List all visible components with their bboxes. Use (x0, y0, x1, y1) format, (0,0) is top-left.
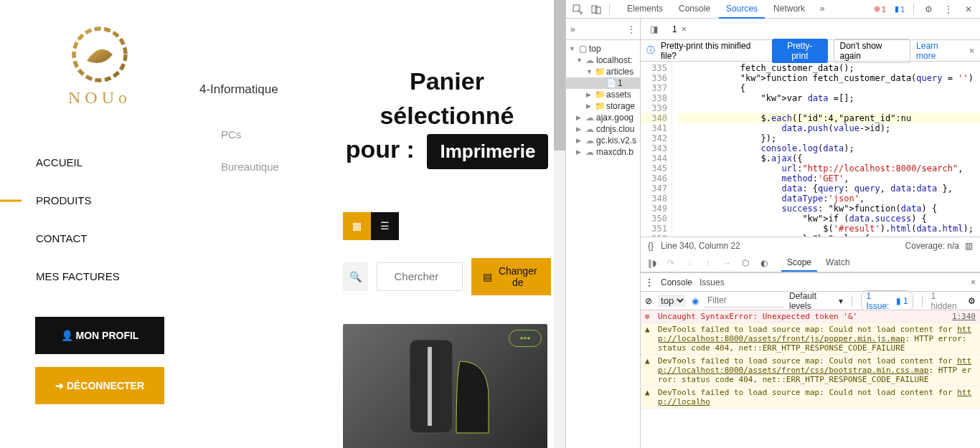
learn-more-link[interactable]: Learn more (916, 41, 959, 61)
tab-console[interactable]: Console (672, 0, 717, 19)
issues-drawer-tab[interactable]: Issues (699, 277, 725, 287)
hidden-count: 1 hidden (931, 291, 962, 311)
coverage-label: Coverage: n/a (905, 241, 959, 251)
navigator-header: » ⋮ (566, 19, 640, 40)
console-drawer-header: ⋮ Console Issues × (641, 273, 980, 292)
close-tab-icon[interactable]: × (682, 24, 687, 34)
code-area[interactable]: 3353363373383393403413423433443453463473… (641, 62, 980, 237)
tab-elements[interactable]: Elements (620, 0, 670, 19)
more-nav-icon[interactable]: » (570, 24, 575, 34)
context-select[interactable]: top (658, 295, 686, 307)
devtools: Elements Console Sources Network » ⊗1 ▮1… (565, 0, 980, 448)
tree-cdnjs[interactable]: ▶☁cdnjs.clou (566, 123, 640, 135)
view-toggle: ▦ ☰ (343, 212, 551, 240)
grid-view-button[interactable]: ▦ (343, 212, 371, 240)
more-tabs-icon[interactable]: » (814, 0, 831, 17)
tree-maxcdn[interactable]: ▶☁maxcdn.b (566, 146, 640, 158)
search-input[interactable] (377, 262, 463, 291)
debugger-toolbar: ‖◗ ↷ ↓ ↑ → ⬡ ◐ Scope Watch (641, 254, 980, 272)
subnav-title: 4-Informatique (199, 82, 329, 97)
error-count-badge[interactable]: ⊗1 (871, 4, 889, 14)
inspect-icon[interactable] (569, 1, 586, 18)
tree-top[interactable]: ▼▢top (566, 43, 640, 54)
settings-icon[interactable]: ⚙ (920, 1, 937, 18)
tree-articles[interactable]: ▼📁articles (566, 66, 640, 77)
search-bar: 🔍 ▤ Changer de (343, 258, 551, 295)
clear-console-icon[interactable]: ⊘ (645, 296, 652, 306)
mon-profil-button[interactable]: 👤 MON PROFIL (35, 317, 164, 354)
logout-icon: ➜ (55, 380, 64, 391)
eye-icon[interactable]: ◉ (692, 296, 699, 306)
watch-tab[interactable]: Watch (820, 254, 856, 272)
drawer-kebab-icon[interactable]: ⋮ (645, 277, 654, 287)
tree-gckis[interactable]: ▶☁gc.kis.v2.s (566, 135, 640, 146)
cursor-position: Line 340, Column 22 (661, 241, 740, 251)
dont-show-button[interactable]: Don't show again (834, 39, 911, 63)
tree-file-1[interactable]: 📄1 (566, 77, 640, 89)
tree-assets[interactable]: ▶📁assets (566, 89, 640, 100)
editor-tab[interactable]: 1 × (666, 21, 692, 38)
navigator-kebab-icon[interactable]: ⋮ (627, 24, 636, 34)
category-subnav: 4-Informatique PCs Bureautique (199, 0, 329, 448)
step-into-icon[interactable]: ↓ (681, 255, 698, 271)
log-levels-select[interactable]: Default levels ▾ (789, 291, 843, 311)
step-out-icon[interactable]: ↑ (699, 255, 717, 271)
list-alt-icon: ▤ (483, 271, 492, 282)
console-toolbar: ⊘ top ◉ Default levels ▾ 1 Issue: ▮ 1 1 … (641, 292, 980, 310)
console-settings-icon[interactable]: ⚙ (968, 296, 976, 306)
pretty-print-button[interactable]: Pretty-print (772, 39, 827, 63)
subnav-bureautique[interactable]: Bureautique (199, 151, 329, 183)
error-icon: ⊗ (874, 4, 880, 14)
nav-produits[interactable]: PRODUITS (0, 181, 199, 219)
page-scrollbar[interactable] (554, 0, 565, 448)
search-icon: 🔍 (349, 271, 362, 282)
source-editor: ◨ 1 × ⓘ Pretty-print this minified file?… (641, 19, 980, 448)
subnav-pcs[interactable]: PCs (199, 118, 329, 151)
step-icon[interactable]: → (718, 255, 735, 271)
console-log[interactable]: ⊗Uncaught SyntaxError: Unexpected token … (641, 310, 980, 448)
pretty-msg: Pretty-print this minified file? (661, 41, 766, 61)
pause-icon[interactable]: ‖◗ (644, 255, 661, 271)
tab-sources[interactable]: Sources (719, 0, 765, 19)
list-view-button[interactable]: ☰ (371, 212, 399, 240)
grid-icon: ▦ (352, 220, 362, 232)
console-drawer-tab[interactable]: Console (661, 277, 692, 287)
page-title: Panier sélectionné pour : Imprimerie (343, 65, 551, 169)
product-brand-badge: ●●● (509, 330, 542, 347)
pause-exc-icon[interactable]: ◐ (755, 255, 773, 271)
tree-storage[interactable]: ▶📁storage (566, 100, 640, 112)
nav-factures[interactable]: MES FACTURES (0, 257, 199, 295)
deactivate-bp-icon[interactable]: ⬡ (737, 255, 754, 271)
issue-icon: ▮ (895, 4, 899, 14)
change-button[interactable]: ▤ Changer de (471, 258, 552, 295)
issue-count-badge[interactable]: ▮1 (892, 4, 908, 14)
close-drawer-icon[interactable]: × (971, 277, 976, 287)
scope-tab[interactable]: Scope (781, 254, 817, 272)
device-toggle-icon[interactable] (588, 1, 605, 18)
tree-host[interactable]: ▼☁localhost: (566, 54, 640, 66)
coverage-icon[interactable]: ▥ (965, 241, 973, 251)
product-image: ●●● (343, 324, 547, 448)
close-bar-icon[interactable]: × (969, 46, 974, 56)
format-icon[interactable]: {} (648, 241, 654, 251)
info-icon: ⓘ (646, 44, 655, 57)
tab-network[interactable]: Network (766, 0, 812, 19)
issues-badge[interactable]: 1 Issue: ▮ 1 (861, 290, 913, 312)
tree-ajax-goog[interactable]: ▶☁ajax.goog (566, 112, 640, 123)
main-nav: ACCUEIL PRODUITS CONTACT MES FACTURES (0, 143, 199, 295)
deconnecter-button[interactable]: ➜ DÉCONNECTER (35, 367, 164, 404)
console-filter-input[interactable] (705, 294, 783, 308)
nav-contact[interactable]: CONTACT (0, 219, 199, 257)
editor-tabbar: ◨ 1 × (641, 19, 980, 40)
nav-back-icon[interactable]: ◨ (650, 24, 658, 34)
svg-rect-2 (428, 347, 432, 426)
logo: NOUo (57, 22, 143, 108)
close-devtools-icon[interactable]: ✕ (960, 1, 977, 18)
step-over-icon[interactable]: ↷ (662, 255, 679, 271)
kebab-icon[interactable]: ⋮ (940, 1, 957, 18)
selected-cart-badge: Imprimerie (427, 134, 548, 168)
search-icon-box: 🔍 (343, 262, 368, 291)
main-content: Panier sélectionné pour : Imprimerie ▦ ☰… (329, 0, 565, 448)
pretty-print-bar: ⓘ Pretty-print this minified file? Prett… (641, 40, 980, 62)
nav-accueil[interactable]: ACCUEIL (0, 143, 199, 181)
